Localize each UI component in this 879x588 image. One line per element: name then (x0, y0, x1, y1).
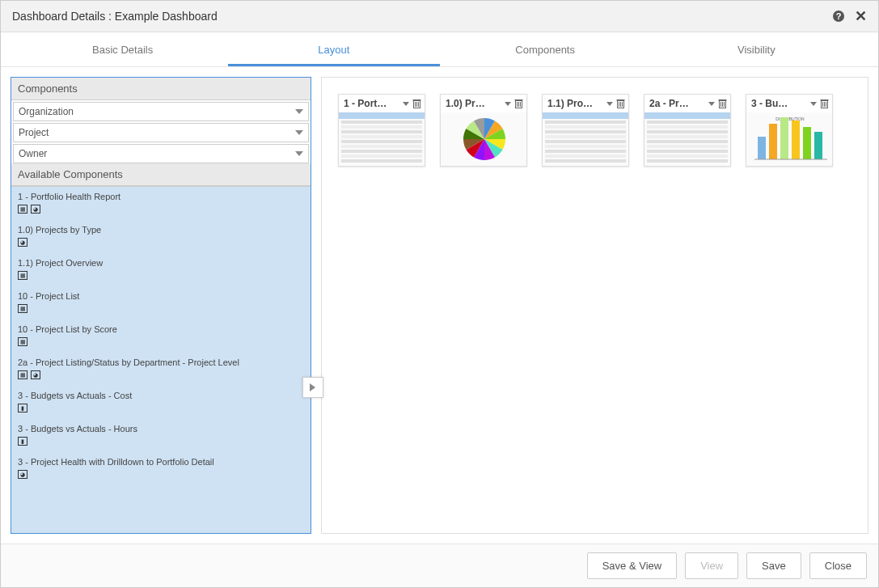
view-button[interactable]: View (685, 552, 738, 579)
widget-title: 2a - Pr… (649, 98, 708, 109)
widget-title: 1.0) Pr… (446, 98, 505, 109)
widget-body (543, 112, 628, 166)
available-component-item[interactable]: 3 - Budgets vs Actuals - Hours (11, 419, 311, 435)
widget-grid: 1 - Port…1.0) Pr…1.1) Pro…2a - Pr…3 - Bu… (338, 94, 852, 167)
filter-owner[interactable]: Owner (13, 144, 309, 163)
component-type-icons: ▮ (11, 402, 311, 419)
available-component-item[interactable]: 10 - Project List by Score (11, 319, 311, 336)
component-type-icons: ▦◕ (11, 203, 311, 220)
bars-icon: ▮ (18, 437, 27, 446)
dashboard-widget[interactable]: 2a - Pr… (644, 94, 731, 167)
filter-organization[interactable]: Organization (13, 102, 309, 121)
chevron-down-icon (295, 109, 303, 114)
table-preview (644, 112, 730, 166)
table-icon: ▦ (18, 304, 27, 313)
trash-icon[interactable] (412, 99, 421, 108)
modal-body: Components Organization Project Owner Av… (1, 67, 878, 544)
save-button[interactable]: Save (746, 552, 801, 579)
widget-header: 1.0) Pr… (441, 95, 526, 112)
component-type-icons: ▦ (11, 336, 311, 353)
svg-rect-33 (814, 132, 822, 159)
trash-icon[interactable] (616, 99, 625, 108)
component-type-icons: ◕ (11, 468, 311, 485)
left-pane: Components Organization Project Owner Av… (11, 77, 311, 534)
widget-menu-icon[interactable] (606, 102, 613, 106)
available-component-item[interactable]: 1.0) Projects by Type (11, 220, 311, 236)
save-and-view-button[interactable]: Save & View (587, 552, 677, 579)
svg-rect-3 (413, 99, 421, 101)
add-component-button[interactable] (302, 377, 323, 398)
chart-icon: ◕ (31, 370, 40, 379)
chevron-down-icon (295, 151, 303, 156)
tabs-bar: Basic Details Layout Components Visibili… (1, 32, 878, 67)
pie-chart-preview (441, 112, 526, 166)
table-icon: ▦ (18, 205, 27, 214)
svg-rect-13 (617, 99, 625, 101)
available-components-list[interactable]: 1 - Portfolio Health Report▦◕1.0) Projec… (11, 186, 311, 533)
available-component-item[interactable]: 3 - Budgets vs Actuals - Cost (11, 386, 311, 402)
widget-menu-icon[interactable] (810, 102, 817, 106)
dashboard-widget[interactable]: 1.1) Pro… (542, 94, 629, 167)
tab-layout[interactable]: Layout (228, 32, 439, 66)
table-icon: ▦ (18, 337, 27, 346)
dashboard-widget[interactable]: 1 - Port… (338, 94, 425, 167)
widget-body (644, 112, 730, 166)
svg-text:?: ? (836, 11, 842, 21)
available-component-item[interactable]: 1 - Portfolio Health Report (11, 187, 311, 203)
widget-title: 3 - Bu… (751, 98, 810, 109)
trash-icon[interactable] (718, 99, 727, 108)
close-button[interactable]: Close (809, 552, 867, 579)
filter-project[interactable]: Project (13, 123, 309, 142)
svg-rect-29 (769, 124, 777, 159)
dashboard-widget[interactable]: 1.0) Pr… (440, 94, 527, 167)
filter-label: Owner (19, 148, 47, 159)
component-type-icons: ▦ (11, 269, 311, 286)
components-header: Components (11, 78, 311, 100)
modal-title: Dashboard Details : Example Dashboard (12, 10, 218, 23)
chart-icon: ◕ (18, 238, 27, 247)
layout-canvas[interactable]: 1 - Port…1.0) Pr…1.1) Pro…2a - Pr…3 - Bu… (321, 77, 868, 534)
component-type-icons: ▦◕ (11, 369, 311, 386)
widget-body: DISTRIBUTION (746, 112, 832, 166)
available-component-item[interactable]: 3 - Project Health with Drilldown to Por… (11, 452, 311, 468)
bars-icon: ▮ (18, 404, 27, 412)
trash-icon[interactable] (820, 99, 829, 108)
trash-icon[interactable] (514, 99, 523, 108)
widget-body (441, 112, 526, 166)
widget-body (339, 112, 425, 166)
available-components-header: Available Components (11, 163, 311, 186)
available-component-item[interactable]: 10 - Project List (11, 286, 311, 302)
close-icon[interactable]: ✕ (855, 9, 867, 23)
tab-basic-details[interactable]: Basic Details (17, 32, 228, 66)
tab-visibility[interactable]: Visibility (651, 32, 862, 66)
available-component-item[interactable]: 2a - Project Listing/Status by Departmen… (11, 353, 311, 369)
widget-menu-icon[interactable] (708, 102, 715, 106)
table-icon: ▦ (18, 271, 27, 280)
svg-rect-8 (515, 99, 523, 101)
chevron-down-icon (295, 130, 303, 135)
svg-rect-32 (803, 127, 811, 159)
dashboard-widget[interactable]: 3 - Bu…DISTRIBUTION (746, 94, 833, 167)
dashboard-details-modal: Dashboard Details : Example Dashboard ? … (0, 0, 879, 588)
component-type-icons: ▦ (11, 302, 311, 319)
arrow-right-icon (307, 382, 319, 393)
widget-title: 1 - Port… (344, 98, 403, 109)
widget-header: 3 - Bu… (746, 95, 832, 112)
svg-rect-28 (758, 137, 766, 159)
svg-text:DISTRIBUTION: DISTRIBUTION (775, 116, 805, 121)
table-preview (543, 112, 628, 166)
svg-rect-18 (719, 99, 727, 101)
chart-icon: ◕ (18, 470, 27, 479)
bar-chart-preview: DISTRIBUTION (746, 112, 832, 166)
help-icon[interactable]: ? (832, 10, 845, 23)
modal-footer: Save & View View Save Close (1, 544, 878, 587)
available-component-item[interactable]: 1.1) Project Overview (11, 253, 311, 269)
component-type-icons: ▮ (11, 435, 311, 452)
filter-label: Organization (19, 106, 74, 117)
widget-menu-icon[interactable] (403, 102, 409, 106)
svg-rect-31 (792, 121, 800, 159)
tab-components[interactable]: Components (440, 32, 651, 66)
widget-menu-icon[interactable] (505, 102, 511, 106)
filter-label: Project (19, 127, 49, 138)
widget-header: 1.1) Pro… (543, 95, 628, 112)
